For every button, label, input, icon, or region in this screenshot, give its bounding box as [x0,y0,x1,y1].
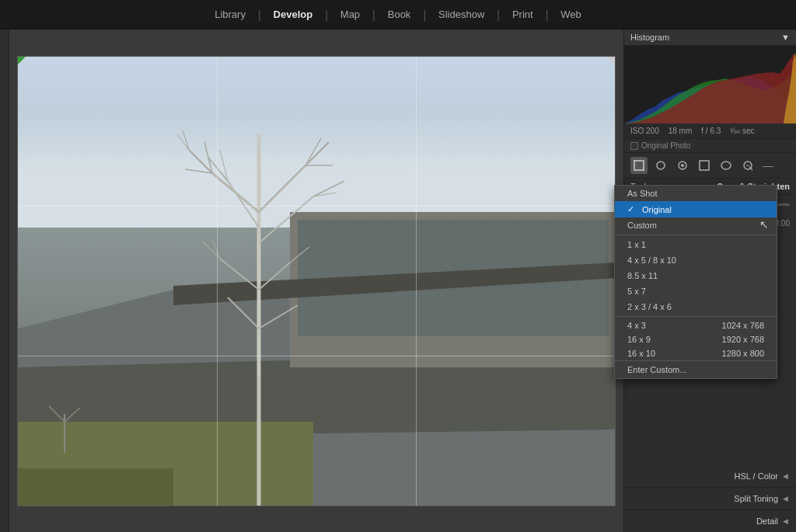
radial-filter-icon[interactable] [717,157,735,174]
panel-section-hsl-arrow: ◀ [783,472,788,480]
right-panel: Histogram ▼ ISO 200 18 mm f / 6.3 [623,30,796,532]
left-panel [0,30,9,532]
panel-sections: HSL / Color ◀ Split Toning ◀ Detail ◀ Le… [624,465,796,532]
tool-icons-row: — [624,153,796,179]
nav-map[interactable]: Map [328,0,372,29]
histogram-chart [624,46,796,123]
spot-removal-icon[interactable] [652,157,669,174]
graduated-filter-icon[interactable] [696,157,713,174]
dropdown-16x9-label: 16 x 9 [627,335,651,344]
svg-rect-49 [634,161,644,170]
nav-library[interactable]: Library [202,0,258,29]
dropdown-4x3-label: 4 x 3 [627,321,646,330]
redeye-icon[interactable] [674,157,691,174]
photo-background [18,57,615,506]
top-navigation: Library | Develop | Map | Book | Slidesh… [0,0,796,30]
svg-rect-55 [700,161,709,170]
svg-point-52 [657,162,665,169]
histogram-title: Histogram [630,33,669,42]
original-photo-label: Original Photo [641,141,690,150]
aperture-value: f / 6.3 [701,127,721,135]
panel-section-detail-header[interactable]: Detail ◀ [624,510,796,532]
iso-value: ISO 200 [630,127,659,135]
panel-section-hsl-label: HSL / Color [735,471,778,481]
panel-section-split-toning-label: Split Toning [734,494,778,503]
nav-slideshow[interactable]: Slideshow [426,0,497,29]
dropdown-item-16x10[interactable]: 16 x 10 1280 x 800 [623,346,777,360]
panel-section-detail-label: Detail [756,516,778,526]
dropdown-4x3-value: 1024 x 768 [722,321,764,330]
histogram-area [624,46,796,123]
nav-print[interactable]: Print [500,0,546,29]
dropdown-divider-1 [623,235,777,235]
dropdown-item-2x3[interactable]: 2 x 3 / 4 x 6 [623,299,777,315]
panel-section-hsl: HSL / Color ◀ [624,465,796,488]
dropdown-divider-2 [623,316,777,317]
dropdown-item-5x7[interactable]: 5 x 7 [623,283,777,299]
panel-section-detail-arrow: ◀ [783,517,788,525]
nav-develop[interactable]: Develop [261,0,326,29]
dropdown-item-original-label: Original [642,205,672,214]
svg-line-51 [644,170,644,171]
panel-section-split-toning: Split Toning ◀ [624,488,796,510]
aspect-ratio-dropdown: As Shot ✓ Original Custom 1 x 1 4 x 5 / … [623,185,777,379]
crop-tool-icon[interactable] [630,157,648,174]
dropdown-item-custom[interactable]: Custom [623,217,777,233]
dropdown-item-original[interactable]: ✓ Original [623,201,777,217]
focal-length: 18 mm [669,127,693,135]
histogram-dropdown-arrow[interactable]: ▼ [781,33,790,42]
dropdown-item-4x3[interactable]: 4 x 3 1024 x 768 [623,318,777,332]
dropdown-item-16x9[interactable]: 16 x 9 1920 x 768 [623,332,777,346]
dropdown-16x10-label: 16 x 10 [627,349,655,358]
svg-rect-19 [18,468,173,506]
nav-web[interactable]: Web [548,0,594,29]
panel-section-split-toning-arrow: ◀ [783,495,788,502]
nav-book[interactable]: Book [375,0,424,29]
photo-info-bar: ISO 200 18 mm f / 6.3 ¹⁄₈₀ sec [624,123,796,139]
dropdown-item-as-shot[interactable]: As Shot [623,186,777,201]
svg-point-56 [721,162,731,169]
photo-canvas [17,56,616,506]
original-photo-row: Original Photo [624,139,796,153]
tools-separator: — [763,159,773,172]
panel-section-detail: Detail ◀ [624,510,796,532]
dropdown-item-85x11[interactable]: 8.5 x 11 [623,268,777,283]
center-area [9,30,623,532]
svg-point-54 [681,164,684,167]
main-layout: Histogram ▼ ISO 200 18 mm f / 6.3 [0,30,796,532]
dropdown-item-1x1[interactable]: 1 x 1 [623,237,777,252]
dropdown-16x9-value: 1920 x 768 [722,335,764,344]
dropdown-enter-custom[interactable]: Enter Custom... [623,360,777,378]
dropdown-item-4x5[interactable]: 4 x 5 / 8 x 10 [623,252,777,268]
panel-section-hsl-header[interactable]: HSL / Color ◀ [624,465,796,487]
original-photo-checkbox[interactable] [630,142,638,150]
adjustment-brush-icon[interactable] [739,157,756,174]
svg-line-50 [634,160,634,161]
panel-section-split-toning-header[interactable]: Split Toning ◀ [624,488,796,509]
shutter-speed: ¹⁄₈₀ sec [730,127,754,135]
dropdown-16x10-value: 1280 x 800 [722,349,764,358]
histogram-header: Histogram ▼ [624,30,796,46]
